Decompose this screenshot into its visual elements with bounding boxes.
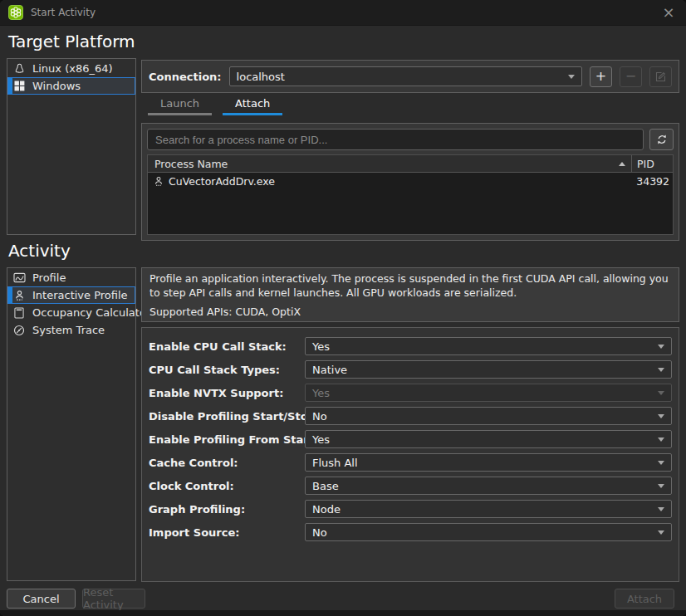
gauge-icon	[12, 324, 26, 337]
option-label: Enable NVTX Support:	[149, 387, 305, 399]
process-table-header: Process Name PID	[148, 155, 673, 173]
process-name-cell: CuVectorAddDrv.exe	[148, 175, 631, 188]
window-title: Start Activity	[31, 7, 96, 18]
activity-list: Profile Interactive Profile	[7, 267, 136, 581]
activity-description: Profile an application interactively. Th…	[149, 272, 671, 301]
minus-icon: −	[625, 70, 636, 83]
activity-heading: Activity	[8, 241, 71, 261]
start-activity-dialog: Start Activity × Target Platform Linux (…	[0, 0, 686, 616]
connection-label: Connection:	[149, 71, 222, 83]
launch-attach-tabs: Launch Attach	[148, 95, 282, 115]
activity-item-occupancy-calculator[interactable]: Occupancy Calculator	[7, 304, 135, 321]
process-pid-cell: 34392	[631, 175, 673, 188]
clock-control-select[interactable]: Base	[305, 477, 672, 495]
graph-profiling-select[interactable]: Node	[305, 500, 672, 518]
edit-connection-button	[649, 66, 672, 87]
activity-options-panel: Enable CPU Call Stack: Yes CPU Call Stac…	[141, 327, 679, 582]
sort-ascending-icon	[619, 162, 625, 166]
process-table-row[interactable]: CuVectorAddDrv.exe 34392	[148, 173, 673, 189]
reset-activity-button: Reset Activity	[82, 589, 145, 609]
option-row-enable-profiling-from-start: Enable Profiling From Start: Yes	[149, 430, 672, 448]
process-group: Process Name PID CuVectorA	[141, 123, 679, 241]
add-connection-button[interactable]: +	[590, 66, 612, 87]
tab-attach[interactable]: Attach	[223, 95, 282, 115]
option-label: Clock Control:	[149, 480, 305, 492]
import-source-select[interactable]: No	[305, 523, 672, 541]
activity-item-profile[interactable]: Profile	[7, 269, 135, 286]
activity-description-panel: Profile an application interactively. Th…	[141, 267, 679, 322]
option-row-cpu-call-stack-types: CPU Call Stack Types: Native	[149, 360, 672, 379]
edit-pencil-icon	[655, 71, 666, 82]
disable-profiling-start-stop-select[interactable]: No	[305, 407, 672, 425]
column-header-pid[interactable]: PID	[631, 155, 673, 172]
enable-profiling-from-start-select[interactable]: Yes	[305, 430, 672, 448]
process-search-input[interactable]	[147, 129, 644, 150]
window-bottom-edge	[0, 610, 686, 616]
supported-apis: Supported APIs: CUDA, OptiX	[149, 306, 671, 320]
option-row-graph-profiling: Graph Profiling: Node	[149, 500, 672, 518]
option-row-enable-cpu-call-stack: Enable CPU Call Stack: Yes	[149, 337, 672, 355]
platform-item-label: Windows	[32, 80, 81, 92]
option-row-clock-control: Clock Control: Base	[149, 477, 672, 495]
platform-item-label: Linux (x86_64)	[32, 62, 113, 75]
close-icon[interactable]: ×	[659, 5, 678, 20]
option-row-enable-nvtx-support: Enable NVTX Support: Yes	[149, 384, 672, 402]
title-bar: Start Activity ×	[0, 0, 686, 26]
option-label: Enable Profiling From Start:	[149, 433, 305, 446]
target-platform-heading: Target Platform	[8, 32, 135, 51]
cpu-call-stack-types-select[interactable]: Native	[305, 360, 672, 379]
attach-button: Attach	[615, 589, 674, 609]
enable-cpu-call-stack-select[interactable]: Yes	[305, 337, 672, 355]
connection-group: Connection: localhost + −	[141, 60, 679, 93]
refresh-process-list-button[interactable]	[649, 129, 674, 150]
cancel-button[interactable]: Cancel	[7, 589, 76, 609]
tab-launch[interactable]: Launch	[148, 95, 212, 115]
platform-item-windows[interactable]: Windows	[7, 77, 135, 95]
platform-list: Linux (x86_64) Windows	[7, 58, 136, 235]
option-label: Import Source:	[149, 526, 305, 539]
refresh-icon	[656, 134, 668, 145]
option-label: Cache Control:	[149, 457, 305, 469]
calculator-icon	[12, 306, 26, 320]
person-icon	[12, 289, 26, 302]
windows-logo-icon	[12, 80, 26, 93]
plus-icon: +	[595, 70, 606, 83]
activity-item-interactive-profile[interactable]: Interactive Profile	[7, 286, 135, 304]
option-label: CPU Call Stack Types:	[149, 364, 305, 376]
activity-item-system-trace[interactable]: System Trace	[7, 321, 135, 339]
option-label: Graph Profiling:	[149, 503, 305, 516]
option-row-import-source: Import Source: No	[149, 523, 672, 541]
chart-icon	[12, 271, 26, 285]
nsight-compute-app-icon	[8, 5, 23, 20]
option-label: Disable Profiling Start/Stop:	[149, 410, 305, 423]
option-label: Enable CPU Call Stack:	[149, 340, 305, 353]
linux-tux-icon	[12, 62, 26, 76]
process-icon	[154, 176, 164, 187]
process-table: Process Name PID CuVectorA	[147, 154, 674, 235]
column-header-process-name[interactable]: Process Name	[148, 158, 631, 170]
connection-select[interactable]: localhost	[229, 66, 582, 86]
cache-control-select[interactable]: Flush All	[305, 453, 672, 472]
connection-value: localhost	[237, 71, 285, 83]
option-row-disable-profiling-start-stop: Disable Profiling Start/Stop: No	[149, 407, 672, 425]
platform-item-linux[interactable]: Linux (x86_64)	[7, 60, 135, 77]
option-row-cache-control: Cache Control: Flush All	[149, 453, 672, 472]
enable-nvtx-support-select: Yes	[305, 384, 672, 402]
remove-connection-button: −	[620, 66, 642, 87]
